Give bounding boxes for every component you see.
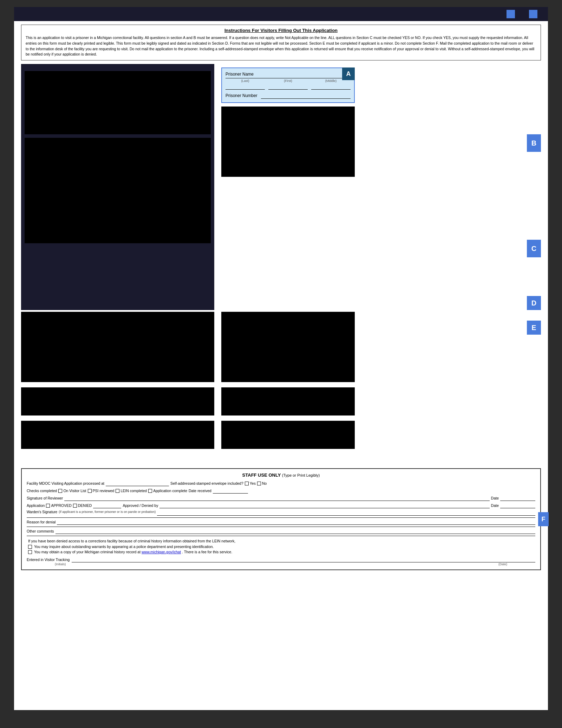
spacer xyxy=(14,451,548,461)
visitor-tracking-label: Entered in Visitor Tracking xyxy=(27,558,70,562)
app-complete-checkbox-item: Application complete xyxy=(148,489,187,493)
signature-date-line[interactable] xyxy=(500,495,535,501)
denied-checkbox-item: DENIED xyxy=(73,503,92,508)
main-content: A Prisoner Name (Last) (First) (Middle) xyxy=(14,64,548,310)
instructions-body: This is an application to visit a prison… xyxy=(26,35,536,57)
last-label: (Last) xyxy=(226,79,265,83)
date-received-line[interactable] xyxy=(213,488,248,494)
staff-facility-row: Facility MDOC Visiting Application proce… xyxy=(27,481,535,486)
lein-checkbox[interactable] xyxy=(116,489,119,493)
last-input-line[interactable] xyxy=(226,83,265,90)
initials-label: (Initials) xyxy=(55,562,66,566)
section-a-box: A Prisoner Name (Last) (First) (Middle) xyxy=(221,67,355,103)
staff-title-text: STAFF USE ONLY xyxy=(242,472,281,478)
denied-checkbox[interactable] xyxy=(73,504,77,508)
approval-date-line[interactable] xyxy=(500,503,535,508)
lein-item1: You may inquire about outstanding warran… xyxy=(34,545,214,549)
section-c-right xyxy=(221,310,541,384)
staff-outer: STAFF USE ONLY (Type or Print Legibly) F… xyxy=(14,468,548,570)
date-label: Date xyxy=(491,496,499,500)
yes-label: Yes xyxy=(250,481,256,485)
application-label: Application xyxy=(27,503,45,508)
app-complete-checkbox[interactable] xyxy=(148,489,152,493)
section-c-block xyxy=(21,312,214,382)
instructions-title: Instructions For Visitors Filling Out Th… xyxy=(26,28,536,33)
warden-line[interactable] xyxy=(157,510,535,516)
reason-line[interactable] xyxy=(57,519,535,525)
lein-item2: You may obtain a copy of your Michigan c… xyxy=(34,550,232,554)
date-label3: (Date) xyxy=(498,562,507,566)
denial-row: Reason for denial xyxy=(27,519,535,525)
staff-approval-row: Application APPROVED DENIED Approved / D… xyxy=(27,503,535,508)
lein-row-1: You may inquire about outstanding warran… xyxy=(28,545,534,549)
visitor-list-label: On Visitor List xyxy=(63,489,86,493)
no-checkbox[interactable] xyxy=(257,482,261,485)
warden-row: Warden's Signature (if applicant is a pr… xyxy=(27,510,535,516)
page: Instructions For Visitors Filling Out Th… xyxy=(14,7,548,710)
name-field-first: (First) xyxy=(268,79,308,90)
facility-label: Facility MDOC Visiting Application proce… xyxy=(27,481,104,485)
staff-section: STAFF USE ONLY (Type or Print Legibly) F… xyxy=(21,468,541,570)
instructions-box: Instructions For Visitors Filling Out Th… xyxy=(21,25,541,60)
first-label: (First) xyxy=(268,79,308,83)
approved-by-line[interactable] xyxy=(159,503,489,508)
section-b-right-block xyxy=(221,107,355,177)
section-c-right-block xyxy=(221,312,355,382)
warden-label: Warden's Signature xyxy=(27,510,57,514)
comments-line[interactable] xyxy=(55,528,535,534)
prisoner-number-line[interactable] xyxy=(261,92,351,99)
facility-line[interactable] xyxy=(106,481,169,486)
section-d-right xyxy=(221,386,541,417)
visitor-list-checkbox[interactable] xyxy=(58,489,62,493)
staff-checks-row: Checks completed On Visitor List PSI rev… xyxy=(27,488,535,494)
lein-checkbox-1[interactable] xyxy=(28,545,32,549)
date-received-label: Date received xyxy=(189,489,211,493)
section-d-left xyxy=(21,386,214,417)
prisoner-number-label: Prisoner Number xyxy=(226,93,257,98)
staff-title-note: (Type or Print Legibly) xyxy=(282,473,320,477)
sub-labels: (Initials) (Date) xyxy=(27,562,535,566)
visitor-tracking-row: Entered in Visitor Tracking xyxy=(27,557,535,562)
signature-label: Signature of Reviewer xyxy=(27,496,63,500)
psi-checkbox-item: PSI reviewed xyxy=(88,489,115,493)
section-d-label: D xyxy=(527,296,541,310)
section-d-block xyxy=(21,387,214,415)
yes-checkbox-item: Yes xyxy=(245,481,256,485)
lein-checkbox-2[interactable] xyxy=(28,550,32,554)
middle-input-line[interactable] xyxy=(311,83,351,90)
section-f-label: F xyxy=(538,512,549,526)
warden-note: (if applicant is a prisoner, former pris… xyxy=(59,510,156,514)
no-label: No xyxy=(262,481,267,485)
section-e-label: E xyxy=(527,321,541,335)
divider-3 xyxy=(27,536,535,536)
signature-line[interactable] xyxy=(64,495,490,501)
lein-checkbox-item: LEIN completed xyxy=(116,489,147,493)
lein-text: If you have been denied access to a corr… xyxy=(28,539,534,543)
visitor-tracking-line[interactable] xyxy=(72,557,535,562)
lein-label: LEIN completed xyxy=(120,489,147,493)
michigan-link[interactable]: www.michigan.gov/ichat xyxy=(142,550,181,554)
section-a-label: A xyxy=(342,67,355,80)
section-d-right-block xyxy=(221,387,355,415)
section-e-right xyxy=(221,419,541,451)
reason-label: Reason for denial xyxy=(27,520,55,524)
yes-checkbox[interactable] xyxy=(245,482,249,485)
denied-label: DENIED xyxy=(78,503,92,508)
first-input-line[interactable] xyxy=(268,83,308,90)
no-checkbox-item: No xyxy=(257,481,267,485)
checks-label: Checks completed xyxy=(27,489,57,493)
name-field-last: (Last) xyxy=(226,79,265,90)
comments-row: Other comments xyxy=(27,528,535,534)
prisoner-name-label: Prisoner Name xyxy=(226,72,351,77)
date-label2: Date xyxy=(491,503,499,508)
left-section xyxy=(21,64,214,310)
lein-row-2: You may obtain a copy of your Michigan c… xyxy=(28,550,534,554)
right-section: A Prisoner Name (Last) (First) (Middle) xyxy=(214,64,541,310)
psi-checkbox[interactable] xyxy=(88,489,92,493)
comments-label: Other comments xyxy=(27,529,54,533)
section-b-label: B xyxy=(527,134,541,152)
section-e-left xyxy=(21,419,214,451)
name-field-middle: (Middle) xyxy=(311,79,351,90)
section-c-label: C xyxy=(527,240,541,257)
approved-checkbox[interactable] xyxy=(46,504,50,508)
